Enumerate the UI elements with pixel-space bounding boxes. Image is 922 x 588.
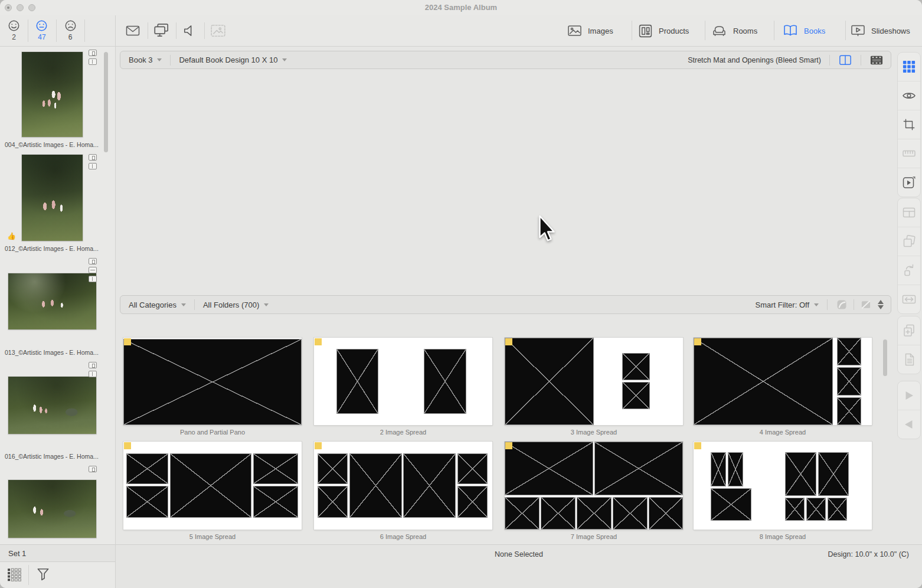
audio-button[interactable]: [182, 23, 198, 38]
usage-badges: [89, 466, 97, 472]
thumbnail-photo[interactable]: [8, 377, 96, 434]
page-layout-button[interactable]: [898, 198, 920, 227]
grid-view-button[interactable]: [6, 567, 22, 582]
template-card-3[interactable]: [505, 338, 683, 425]
tab-rooms[interactable]: Rooms: [711, 22, 757, 40]
folders-select[interactable]: All Folders (700): [203, 300, 259, 309]
add-pages-button[interactable]: [898, 316, 920, 345]
display-icon: [153, 22, 169, 38]
template-card-2[interactable]: [314, 338, 492, 425]
set-bar[interactable]: Set 1: [0, 544, 115, 562]
rating-neutral-button[interactable]: [35, 19, 48, 32]
crop-button[interactable]: [898, 110, 920, 139]
thumbnail-photo[interactable]: [8, 273, 96, 329]
book-design-select[interactable]: Default Book Design 10 X 10: [179, 55, 277, 64]
email-icon: [125, 24, 140, 38]
template-card-8[interactable]: [694, 442, 872, 530]
selection-badge: [124, 338, 131, 345]
selection-badge: [315, 442, 322, 449]
template-label: 4 Image Spread: [694, 429, 872, 436]
two-page-spread-icon: [838, 54, 852, 67]
ruler-button[interactable]: [898, 139, 920, 168]
grid-view-mode-button[interactable]: [898, 53, 920, 81]
thumbnail-label: 016_©Artistic Images - E. Homa...: [5, 453, 99, 460]
filmstrip-view-button[interactable]: [869, 54, 884, 67]
cursor-arrow: [535, 214, 557, 244]
usage-badges: [89, 154, 97, 169]
rail-group-edit: [897, 198, 921, 314]
template-card-pano[interactable]: [123, 338, 302, 425]
thumbnail-label: 013_©Artistic Images - E. Homa...: [5, 349, 99, 356]
save-filter-button[interactable]: [836, 299, 848, 311]
tab-products[interactable]: Products: [638, 22, 689, 40]
usage-badges: [89, 258, 97, 282]
spread-view-button[interactable]: [838, 54, 852, 67]
selection-status: None Selected: [116, 550, 922, 558]
template-card-4[interactable]: [694, 338, 872, 425]
email-button[interactable]: [125, 24, 140, 38]
chevron-down-icon: [181, 303, 186, 306]
stacked-squares-icon: [902, 234, 916, 249]
product-badge-icon: [89, 258, 97, 264]
chevron-down-icon: [814, 303, 819, 306]
set-label: Set 1: [8, 549, 26, 558]
window-title: 2024 Sample Album: [0, 3, 922, 12]
template-card-5[interactable]: [123, 442, 302, 530]
categories-select[interactable]: All Categories: [129, 300, 176, 309]
ruler-icon: [902, 146, 916, 161]
rating-sad-button[interactable]: [64, 19, 77, 32]
play-slideshow-button[interactable]: [898, 168, 920, 197]
template-card-6[interactable]: [314, 442, 492, 530]
stacked-pages-button[interactable]: [898, 227, 920, 256]
rating-neutral-count: 47: [28, 33, 56, 41]
template-grid-scrollbar[interactable]: [883, 339, 887, 376]
previous-page-button[interactable]: [898, 410, 920, 439]
thumbnail-label: 004_©Artistic Images - E. Homa...: [5, 141, 99, 148]
page-notes-button[interactable]: [898, 345, 920, 374]
main-content: Book 3 Default Book Design 10 X 10 Stret…: [116, 47, 922, 588]
thumbnail-grid-icon: [6, 567, 22, 582]
template-label: Pano and Partial Pano: [123, 429, 302, 436]
books-icon: [783, 24, 798, 38]
book-select[interactable]: Book 3: [129, 55, 152, 64]
template-card-7[interactable]: [505, 442, 683, 530]
book-badge-icon: [89, 58, 97, 65]
chevron-down-icon: [282, 58, 287, 61]
clear-filter-button[interactable]: [860, 299, 872, 311]
selection-badge: [694, 338, 701, 345]
chevron-down-icon: [264, 303, 269, 306]
tab-products-label: Products: [659, 27, 689, 35]
image-placeholder-button[interactable]: [210, 23, 227, 38]
tab-slideshows[interactable]: Slideshows: [851, 22, 910, 40]
document-icon: [902, 352, 916, 367]
tab-books[interactable]: Books: [783, 22, 825, 40]
template-label: 6 Image Spread: [314, 533, 492, 540]
rating-sad-count: 6: [56, 33, 84, 41]
rail-group-pages: [897, 316, 921, 374]
image-placeholder-icon: [210, 23, 227, 38]
titlebar: 2024 Sample Album: [0, 0, 922, 15]
eye-icon: [902, 89, 916, 103]
next-page-button[interactable]: [898, 381, 920, 410]
thumbnail-photo[interactable]: [22, 52, 83, 137]
selection-badge: [694, 442, 701, 449]
sidebar-scrollbar[interactable]: [104, 52, 108, 152]
thumbnail-photo[interactable]: [22, 155, 83, 241]
tab-images[interactable]: Images: [567, 22, 613, 40]
thumbnail-photo[interactable]: [8, 480, 96, 538]
smart-filter-select[interactable]: Smart Filter: Off: [756, 300, 810, 309]
rail-group-nav: [897, 381, 921, 439]
book-badge-icon: [89, 276, 97, 282]
app-window: 2024 Sample Album 2 47 6: [0, 0, 922, 588]
stretch-width-button[interactable]: [898, 285, 920, 313]
rating-happy-button[interactable]: [8, 19, 20, 32]
product-badge-icon: [89, 154, 97, 161]
display-button[interactable]: [153, 22, 169, 38]
size-stepper[interactable]: [878, 300, 884, 309]
rotate-button[interactable]: [898, 256, 920, 285]
template-label: 5 Image Spread: [123, 533, 302, 540]
preview-button[interactable]: [898, 81, 920, 110]
chevron-down-icon: [157, 58, 162, 61]
rating-happy-count: 2: [0, 33, 28, 41]
filter-button[interactable]: [35, 567, 51, 582]
